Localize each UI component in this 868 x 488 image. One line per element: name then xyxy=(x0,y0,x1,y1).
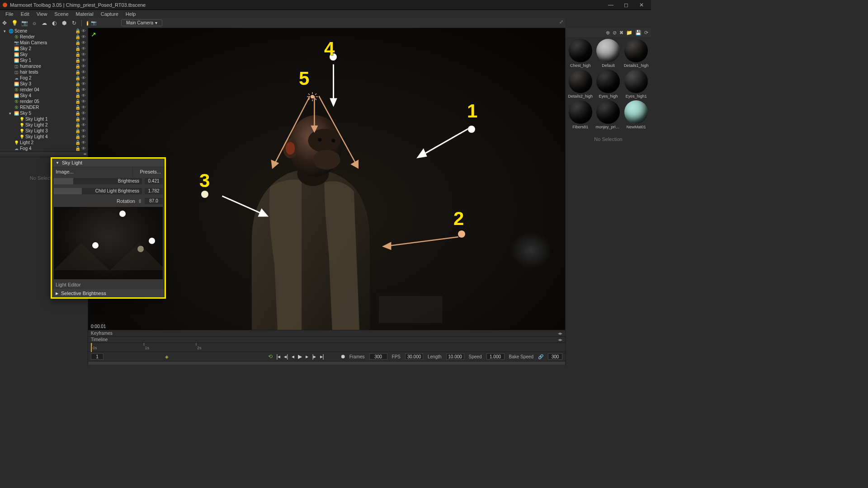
first-frame-icon[interactable]: |◂ xyxy=(276,353,280,360)
last-frame-icon[interactable]: ▸| xyxy=(320,353,324,360)
expand-icon[interactable] xyxy=(7,105,13,110)
expand-icon[interactable] xyxy=(13,117,18,122)
rotation-value[interactable]: 87.0 xyxy=(145,198,163,204)
eye-icon[interactable]: 👁 xyxy=(81,75,87,80)
material-thumb[interactable]: Eyes_high1 xyxy=(623,70,649,99)
eye-icon[interactable]: 👁 xyxy=(81,46,87,51)
menu-capture[interactable]: Capture xyxy=(97,11,122,17)
lock-icon[interactable]: 🔒 xyxy=(75,46,80,51)
eye-icon[interactable]: 👁 xyxy=(81,146,87,151)
tree-item[interactable]: 💡Sky Light 2🔒👁 xyxy=(0,122,88,128)
lock-icon[interactable]: 🔒 xyxy=(75,105,80,110)
minimize-button[interactable]: ― xyxy=(603,0,618,10)
expand-icon[interactable] xyxy=(7,52,13,57)
eye-icon[interactable]: 👁 xyxy=(81,28,87,33)
tree-item[interactable]: 💡Sky Light 1🔒👁 xyxy=(0,116,88,122)
length-input[interactable] xyxy=(446,353,464,360)
lock-icon[interactable]: 🔒 xyxy=(75,122,80,127)
record-icon[interactable]: ⏺ xyxy=(340,353,346,360)
expand-icon[interactable] xyxy=(7,146,13,151)
tree-item[interactable]: ⦿RENDER🔒👁 xyxy=(0,104,88,110)
tree-item[interactable]: ▾🌅Sky 5🔒👁 xyxy=(0,110,88,116)
lock-icon[interactable]: 🔒 xyxy=(75,93,80,98)
menu-view[interactable]: View xyxy=(33,11,51,17)
brightness-value[interactable]: 0.421 xyxy=(145,178,163,184)
tree-item[interactable]: 🌅Sky 3🔒👁 xyxy=(0,81,88,87)
tree-item[interactable]: ⦿render 05🔒👁 xyxy=(0,99,88,104)
mat-folder-icon[interactable]: 📁 xyxy=(626,30,632,36)
mat-dup-icon[interactable]: ⊘ xyxy=(613,30,617,36)
fps-input[interactable] xyxy=(405,353,423,360)
eye-icon[interactable]: 👁 xyxy=(81,93,87,98)
expand-icon[interactable] xyxy=(7,40,13,46)
lock-icon[interactable]: 🔒 xyxy=(75,34,80,39)
panel-collapse-icon[interactable]: ◂▸ xyxy=(83,152,87,155)
eye-icon[interactable]: 👁 xyxy=(81,99,87,104)
menu-material[interactable]: Material xyxy=(72,11,97,17)
timeline-collapse-icon[interactable]: ◂▸ xyxy=(558,337,562,342)
tree-item[interactable]: ⦿render 04🔒👁 xyxy=(0,87,88,93)
image-button[interactable]: Image... xyxy=(52,167,133,176)
eye-icon[interactable]: 👁 xyxy=(81,105,87,110)
next-key-icon[interactable]: |▸ xyxy=(312,353,316,360)
frames-input[interactable] xyxy=(369,353,387,360)
keyframes-collapse-icon[interactable]: ◂▸ xyxy=(558,331,562,336)
tree-item[interactable]: ⦿Render🔒👁 xyxy=(0,34,88,40)
lock-icon[interactable]: 🔒 xyxy=(75,111,80,116)
eye-icon[interactable]: 👁 xyxy=(81,128,87,133)
eye-icon[interactable]: 👁 xyxy=(81,40,87,45)
expand-icon[interactable] xyxy=(7,70,13,75)
material-thumb[interactable]: Default xyxy=(595,39,622,68)
tool-camera-icon[interactable]: 📷 xyxy=(21,19,28,27)
tree-item[interactable]: 📷Main Camera🔒👁 xyxy=(0,40,88,46)
material-thumb[interactable]: Details1_high xyxy=(623,39,649,68)
step-back-icon[interactable]: ◂ xyxy=(292,353,294,360)
timeline-ruler[interactable]: 0s1s2s3s4s5s6s7s8s9s xyxy=(88,343,224,366)
loop-icon[interactable]: ⟲ xyxy=(268,353,273,360)
material-thumb[interactable]: NewMat01 xyxy=(623,100,649,129)
eye-icon[interactable]: 👁 xyxy=(81,122,87,127)
end-frame-input[interactable] xyxy=(548,353,562,360)
expand-icon[interactable] xyxy=(7,87,13,93)
mat-save-icon[interactable]: 💾 xyxy=(635,30,642,36)
brightness-slider[interactable]: Brightness xyxy=(54,178,142,184)
expand-icon[interactable] xyxy=(7,46,13,52)
material-thumb[interactable]: Details2_high xyxy=(567,70,594,99)
mat-add-icon[interactable]: ⊕ xyxy=(606,30,610,36)
tree-item[interactable]: 🌅Sky🔒👁 xyxy=(0,52,88,57)
camera-dropdown[interactable]: Main Camera ▾ xyxy=(121,19,162,26)
eye-icon[interactable]: 👁 xyxy=(81,134,87,139)
expand-icon[interactable] xyxy=(13,122,18,128)
expand-icon[interactable] xyxy=(7,64,13,69)
tool-fog-icon[interactable]: ☁ xyxy=(41,19,48,27)
lock-icon[interactable]: 🔒 xyxy=(75,81,80,86)
menu-edit[interactable]: Edit xyxy=(17,11,33,17)
expand-icon[interactable] xyxy=(7,58,13,63)
child-brightness-slider[interactable]: Child Light Brightness xyxy=(54,188,142,194)
tool-render-icon[interactable]: ⬢ xyxy=(61,19,68,27)
close-button[interactable]: ✕ xyxy=(634,0,649,10)
tree-item[interactable]: 💡Sky Light 3🔒👁 xyxy=(0,128,88,134)
presets-button[interactable]: Presets... xyxy=(133,167,165,176)
expand-icon[interactable] xyxy=(7,99,13,104)
material-thumb[interactable]: Eyes_high xyxy=(595,70,622,99)
lock-icon[interactable]: 🔒 xyxy=(75,52,80,57)
material-thumb[interactable]: monjey_prie... xyxy=(595,100,622,129)
eye-icon[interactable]: 👁 xyxy=(81,64,87,69)
expand-icon[interactable] xyxy=(7,81,13,87)
tool-light-icon[interactable]: 💡 xyxy=(11,19,18,27)
selective-brightness-header[interactable]: ▶Selective Brightness xyxy=(52,289,165,297)
tool-sky-icon[interactable]: ☼ xyxy=(31,19,38,27)
lock-icon[interactable]: 🔒 xyxy=(75,99,80,104)
material-thumb[interactable]: Chest_high xyxy=(567,39,594,68)
tree-item[interactable]: 🌅Sky 4🔒👁 xyxy=(0,93,88,99)
lock-icon[interactable]: 🔒 xyxy=(75,146,80,151)
tool-turntable-icon[interactable]: ↻ xyxy=(71,19,78,27)
eye-icon[interactable]: 👁 xyxy=(81,140,87,145)
lock-icon[interactable]: 🔒 xyxy=(75,64,80,69)
tree-item[interactable]: 💡Light 2🔒👁 xyxy=(0,140,88,145)
tree-item[interactable]: ☁Fog 2🔒👁 xyxy=(0,75,88,81)
lock-icon[interactable]: 🔒 xyxy=(75,75,80,80)
mat-del-icon[interactable]: ✖ xyxy=(619,30,623,36)
eye-icon[interactable]: 👁 xyxy=(81,70,87,75)
